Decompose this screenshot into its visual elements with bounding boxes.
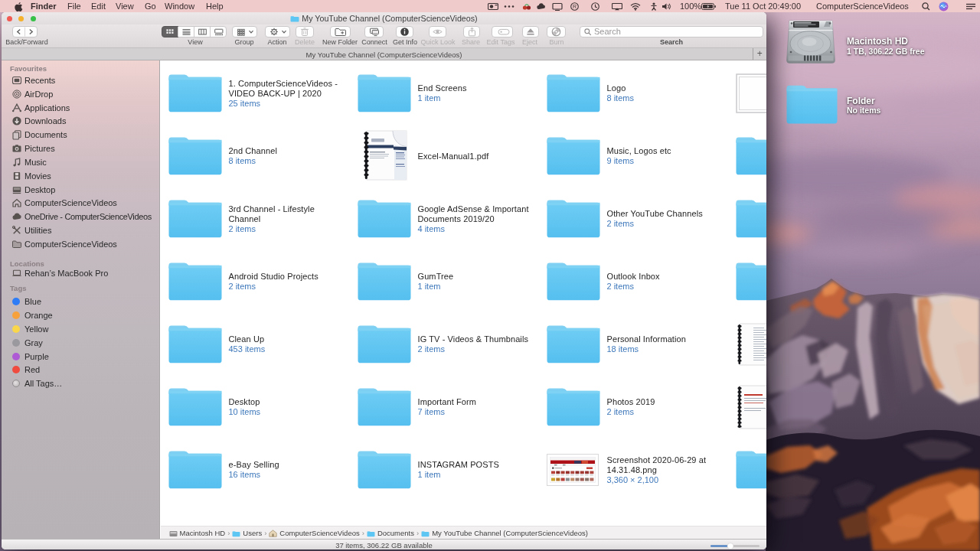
svg-text:R: R bbox=[573, 4, 577, 9]
